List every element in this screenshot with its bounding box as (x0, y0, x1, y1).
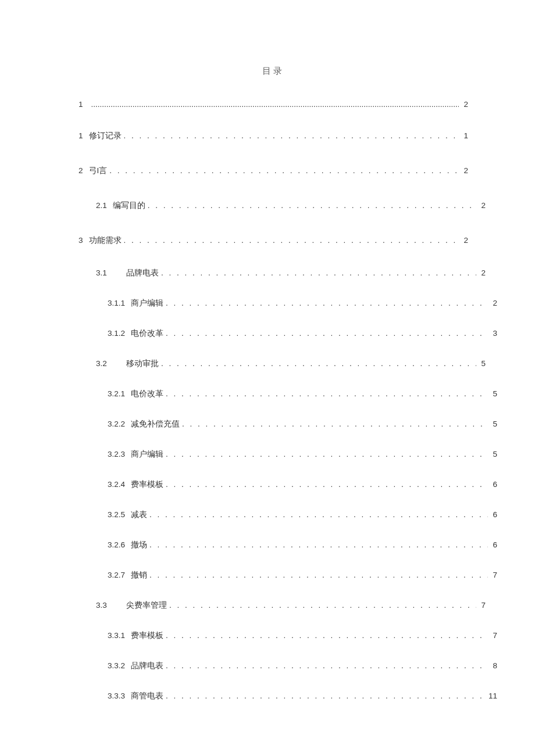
toc-leader: . . . . . . . . . . . . . . . . . . . . … (124, 130, 459, 142)
toc-entry-text: 商管电表 (131, 690, 163, 703)
toc-entry: 3.1 品牌电表 . . . . . . . . . . . . . . . .… (79, 258, 486, 288)
toc-leader: . . . . . . . . . . . . . . . . . . . . … (166, 297, 488, 310)
toc-entry-num: 3.2.4 (108, 478, 131, 491)
toc-entry-page: 2 (461, 164, 468, 177)
toc-entry: 2.1 编写目的 . . . . . . . . . . . . . . . .… (79, 188, 486, 223)
toc-leader: . . . . . . . . . . . . . . . . . . . . … (169, 599, 476, 612)
toc-entry-page: 7 (479, 599, 486, 612)
toc-entry-text: 撤场 (131, 539, 147, 551)
toc-entry-num: 2 (79, 164, 89, 177)
toc-entry: 3.2.2 减免补偿充值 . . . . . . . . . . . . . .… (79, 409, 497, 439)
toc-entry-num: 1 (79, 98, 89, 111)
toc-entry-text: 电价改革 (131, 327, 163, 340)
toc-leader: . . . . . . . . . . . . . . . . . . . . … (166, 388, 488, 400)
toc-entry-text: 移动审批 (126, 357, 159, 370)
toc-entry-page: 8 (490, 660, 497, 672)
toc-entry-page: 6 (490, 539, 497, 551)
toc-entry-page: 2 (479, 267, 486, 280)
toc-entry-text: 品牌电表 (126, 267, 159, 280)
toc-leader: . . . . . . . . . . . . . . . . . . . . … (161, 267, 476, 280)
toc-leader: . . . . . . . . . . . . . . . . . . . . … (166, 448, 488, 461)
toc-entry-page: 2 (490, 297, 497, 310)
toc-entry-num: 3.2.3 (108, 448, 131, 461)
toc-entry: 3.1.1 商户编辑 . . . . . . . . . . . . . . .… (79, 288, 497, 318)
toc-entry-num: 3.3.3 (108, 690, 131, 703)
toc-leader: . . . . . . . . . . . . . . . . . . . . … (182, 418, 488, 431)
toc-leader: . . . . . . . . . . . . . . . . . . . . … (166, 629, 488, 642)
toc-entry-text: 商户编辑 (131, 297, 163, 310)
toc-entry-num: 1 (79, 130, 89, 142)
toc-entry-text: 编写目的 (113, 199, 145, 212)
toc-entry-num: 3 (79, 234, 89, 247)
toc-entry: 3.1.2 电价改革 . . . . . . . . . . . . . . .… (79, 318, 497, 349)
toc-entry-page: 1 (461, 130, 468, 142)
toc-entry-page: 11 (486, 690, 497, 703)
toc-entry-page: 3 (490, 327, 497, 340)
toc-leader: . . . . . . . . . . . . . . . . . . . . … (166, 478, 488, 491)
toc-entry-text: 功能需求 (89, 234, 122, 247)
toc-entry-page: 5 (490, 448, 497, 461)
toc-entry-page: 7 (490, 569, 497, 582)
toc-entry: 3.2.7 撤销 . . . . . . . . . . . . . . . .… (79, 560, 497, 590)
toc-entry-text: 减免补偿充值 (131, 418, 180, 431)
toc-entry-num: 3.2.1 (108, 388, 131, 400)
toc-entry-text: 弓I言 (89, 164, 108, 177)
toc-leader: . . . . . . . . . . . . . . . . . . . . … (166, 660, 488, 672)
toc-entry-text: 电价改革 (131, 388, 163, 400)
toc-leader: ........................................… (91, 98, 459, 111)
toc-entry-page: 7 (490, 629, 497, 642)
toc-entry-num: 3.2.6 (108, 539, 131, 551)
toc-entry: 3.3.2 品牌电表 . . . . . . . . . . . . . . .… (79, 651, 497, 681)
toc-entry-num: 3.3 (96, 599, 126, 612)
toc-entry-num: 3.3.2 (108, 660, 131, 672)
toc-leader: . . . . . . . . . . . . . . . . . . . . … (124, 234, 459, 247)
toc-entry-text: 修订记录 (89, 130, 122, 142)
toc-entry-num: 3.1.1 (108, 297, 131, 310)
toc-entry-num: 2.1 (96, 199, 113, 212)
toc-entry-text: 商户编辑 (131, 448, 163, 461)
toc-entry-num: 3.1.2 (108, 327, 131, 340)
toc-entry-page: 6 (490, 508, 497, 521)
toc-entry-page: 2 (461, 234, 468, 247)
toc-entry: 2 弓I言 . . . . . . . . . . . . . . . . . … (79, 153, 468, 188)
toc-leader: . . . . . . . . . . . . . . . . . . . . … (148, 199, 477, 212)
toc-entry: 3.2 移动审批 . . . . . . . . . . . . . . . .… (79, 349, 486, 379)
toc-leader: . . . . . . . . . . . . . . . . . . . . … (149, 569, 488, 582)
toc-entry-num: 3.3.1 (108, 629, 131, 642)
toc-entry-page: 5 (479, 357, 486, 370)
toc-entry: 1 ......................................… (79, 91, 468, 119)
toc-entry: 3.2.1 电价改革 . . . . . . . . . . . . . . .… (79, 379, 497, 409)
toc-entry-page: 5 (490, 388, 497, 400)
toc-entry-page: 2 (461, 98, 468, 111)
toc-leader: . . . . . . . . . . . . . . . . . . . . … (109, 164, 459, 177)
toc-entry: 3.2.4 费率模板 . . . . . . . . . . . . . . .… (79, 470, 497, 500)
toc-entry: 1 修订记录 . . . . . . . . . . . . . . . . .… (79, 119, 468, 153)
toc-entry-text: 品牌电表 (131, 660, 163, 672)
toc-entry: 3.2.6 撤场 . . . . . . . . . . . . . . . .… (79, 530, 497, 560)
toc-entry: 3 功能需求 . . . . . . . . . . . . . . . . .… (79, 223, 468, 258)
toc-leader: . . . . . . . . . . . . . . . . . . . . … (149, 508, 488, 521)
toc-entry: 3.3.3 商管电表 . . . . . . . . . . . . . . .… (79, 681, 497, 711)
toc-leader: . . . . . . . . . . . . . . . . . . . . … (161, 357, 476, 370)
toc-entry-page: 2 (479, 199, 486, 212)
toc-entry-text: 尖费率管理 (126, 599, 167, 612)
toc-entry: 3.2.3 商户编辑 . . . . . . . . . . . . . . .… (79, 439, 497, 470)
toc-leader: . . . . . . . . . . . . . . . . . . . . … (166, 690, 484, 703)
toc-entry: 3.2.5 减表 . . . . . . . . . . . . . . . .… (79, 500, 497, 530)
toc-entry-num: 3.2.2 (108, 418, 131, 431)
toc-entry-num: 3.2.7 (108, 569, 131, 582)
toc-entry-page: 5 (490, 418, 497, 431)
toc-entry-num: 3.2.5 (108, 508, 131, 521)
toc-entry-num: 3.2 (96, 357, 126, 370)
toc-entry: 3.3.1 费率模板 . . . . . . . . . . . . . . .… (79, 621, 497, 651)
toc-entry-text: 费率模板 (131, 629, 163, 642)
toc-entry: 3.3 尖费率管理 . . . . . . . . . . . . . . . … (79, 590, 486, 621)
toc-title: 目录 (79, 64, 468, 78)
toc-leader: . . . . . . . . . . . . . . . . . . . . … (149, 539, 488, 551)
toc-leader: . . . . . . . . . . . . . . . . . . . . … (166, 327, 488, 340)
toc-entry-text: 减表 (131, 508, 147, 521)
toc-entry-num: 3.1 (96, 267, 126, 280)
toc-entry-text: 费率模板 (131, 478, 163, 491)
document-page: 目录 1 ...................................… (0, 0, 535, 756)
toc-entry-text: 撤销 (131, 569, 147, 582)
